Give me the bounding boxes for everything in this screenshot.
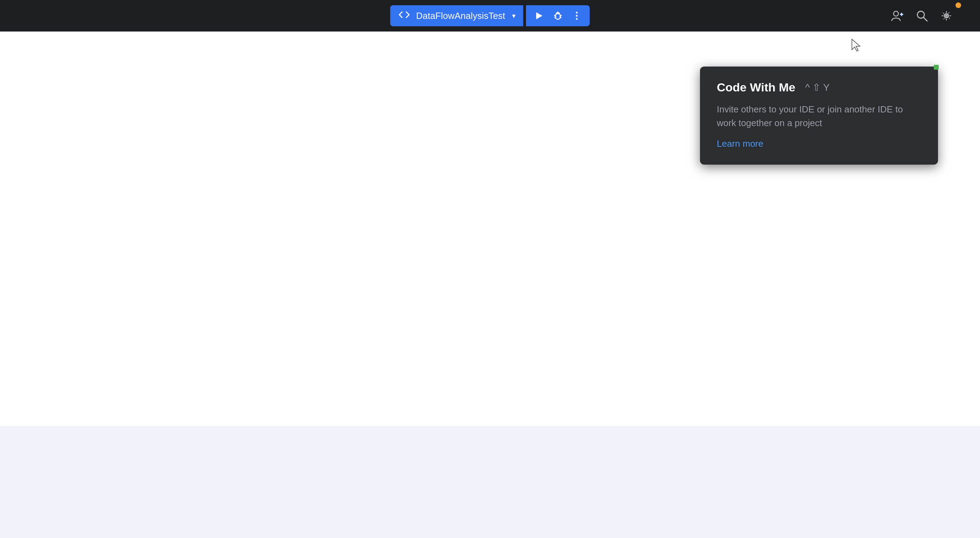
- learn-more-link[interactable]: Learn more: [717, 138, 764, 149]
- tooltip-shortcut: ^ ⇧ Y: [805, 81, 829, 93]
- tooltip-header: Code With Me ^ ⇧ Y: [717, 81, 921, 94]
- svg-point-8: [576, 15, 578, 17]
- topbar-center: DataFlowAnalysisTest ▾: [390, 5, 590, 26]
- code-with-me-tooltip: Code With Me ^ ⇧ Y Invite others to your…: [700, 67, 938, 164]
- project-selector[interactable]: DataFlowAnalysisTest ▾: [390, 5, 523, 26]
- more-button[interactable]: [568, 8, 585, 24]
- svg-point-10: [894, 11, 899, 16]
- topbar-right: [887, 5, 966, 26]
- tooltip-description: Invite others to your IDE or join anothe…: [717, 103, 921, 130]
- svg-marker-0: [536, 12, 542, 19]
- svg-point-7: [576, 12, 578, 14]
- project-icon: [398, 8, 410, 24]
- cursor-overlay: [851, 38, 862, 54]
- topbar: DataFlowAnalysisTest ▾: [0, 0, 980, 32]
- svg-point-18: [945, 15, 947, 17]
- corner-indicator: [934, 65, 939, 70]
- svg-line-15: [924, 18, 928, 21]
- toolbar-buttons: [526, 5, 590, 26]
- run-button[interactable]: [530, 8, 548, 24]
- search-button[interactable]: [912, 5, 932, 26]
- main-area: Code With Me ^ ⇧ Y Invite others to your…: [0, 32, 980, 538]
- bottom-panel: [0, 426, 980, 538]
- svg-point-9: [576, 18, 578, 20]
- settings-button[interactable]: [936, 5, 957, 26]
- chevron-down-icon: ▾: [512, 11, 515, 20]
- project-name: DataFlowAnalysisTest: [416, 11, 505, 21]
- debug-button[interactable]: [549, 8, 566, 24]
- tooltip-title: Code With Me: [717, 81, 795, 94]
- collaborate-button[interactable]: [887, 5, 908, 26]
